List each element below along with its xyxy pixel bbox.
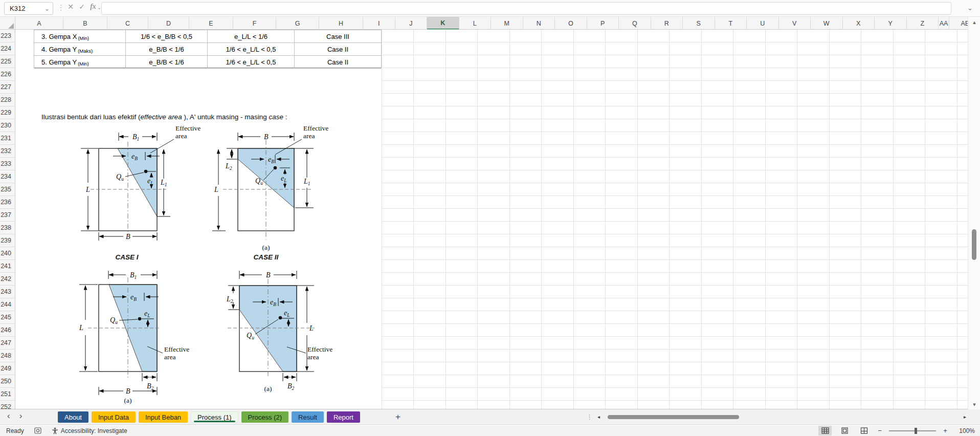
row-header[interactable]: 251 <box>0 388 15 401</box>
scroll-left-icon[interactable]: ◂ <box>597 414 600 420</box>
spreadsheet-grid[interactable]: 2232242252262272282292302312322332342352… <box>0 30 968 409</box>
column-header[interactable]: C <box>107 17 148 30</box>
column-header[interactable]: Z <box>907 17 939 30</box>
table-cell-condition-b[interactable]: 1/6 < e_B/B < 0,5 <box>126 30 208 43</box>
vertical-scrollbar-thumb[interactable] <box>972 229 976 260</box>
scroll-up-icon[interactable]: ▴ <box>968 19 980 26</box>
column-header[interactable]: G <box>276 17 319 30</box>
row-header[interactable]: 232 <box>0 145 15 158</box>
sheet-tab[interactable]: Report <box>327 411 360 423</box>
column-header[interactable]: M <box>491 17 523 30</box>
accessibility-status[interactable]: Accessibility: Investigate <box>52 427 127 434</box>
column-header[interactable]: B <box>63 17 107 30</box>
zoom-in-button[interactable]: + <box>942 427 948 434</box>
column-header[interactable]: S <box>683 17 715 30</box>
row-header[interactable]: 224 <box>0 42 15 55</box>
row-header[interactable]: 248 <box>0 350 15 362</box>
row-header[interactable]: 244 <box>0 298 15 311</box>
row-header[interactable]: 240 <box>0 247 15 260</box>
horizontal-scrollbar-thumb[interactable] <box>608 415 739 419</box>
row-header[interactable]: 247 <box>0 337 15 350</box>
normal-view-button[interactable] <box>818 426 832 435</box>
cancel-button[interactable]: ✕ <box>65 3 76 11</box>
row-header[interactable]: 223 <box>0 30 15 42</box>
select-all-corner[interactable] <box>0 17 15 30</box>
row-header[interactable]: 230 <box>0 119 15 132</box>
column-header[interactable]: W <box>811 17 843 30</box>
row-header[interactable]: 234 <box>0 170 15 183</box>
column-header[interactable]: A <box>15 17 63 30</box>
row-header[interactable]: 229 <box>0 106 15 119</box>
sheet-tab[interactable]: Input Beban <box>139 411 188 423</box>
row-header[interactable]: 228 <box>0 94 15 106</box>
column-header[interactable]: L <box>459 17 492 30</box>
column-header[interactable]: V <box>779 17 811 30</box>
table-cell-condition-l[interactable]: 1/6 < e_L/L < 0,5 <box>208 43 295 56</box>
row-header[interactable]: 241 <box>0 260 15 273</box>
column-header[interactable]: T <box>715 17 747 30</box>
table-cell-label[interactable]: 4. Gempa Y(Maks) <box>34 43 126 56</box>
name-box[interactable]: K312 ⌄ <box>4 2 53 15</box>
column-header[interactable]: R <box>651 17 683 30</box>
column-header[interactable]: K <box>427 17 459 30</box>
expand-formula-bar-icon[interactable]: ⌄ <box>967 4 973 12</box>
row-header[interactable]: 237 <box>0 209 15 222</box>
table-cell-case[interactable]: Case III <box>295 30 381 43</box>
column-header[interactable]: U <box>747 17 779 30</box>
row-header[interactable]: 227 <box>0 81 15 94</box>
chevron-down-icon[interactable]: ⌄ <box>44 5 50 12</box>
row-header[interactable]: 225 <box>0 55 15 68</box>
column-header[interactable]: H <box>319 17 363 30</box>
row-header[interactable]: 242 <box>0 273 15 286</box>
previous-sheet-icon[interactable]: ‹ <box>7 411 10 421</box>
row-header[interactable]: 252 <box>0 401 15 409</box>
next-sheet-icon[interactable]: › <box>19 411 23 421</box>
scrollbar-splitter-icon[interactable]: ⋮ <box>586 413 593 421</box>
table-cell-condition-l[interactable]: 1/6 < e_L/L < 0,5 <box>208 56 295 69</box>
row-header[interactable]: 235 <box>0 183 15 196</box>
scroll-right-icon[interactable]: ▸ <box>964 414 966 420</box>
column-header[interactable]: O <box>555 17 587 30</box>
table-cell-label[interactable]: 3. Gempa X(Min) <box>34 30 126 43</box>
zoom-out-button[interactable]: − <box>877 427 883 434</box>
column-header[interactable]: I <box>363 17 395 30</box>
table-cell-label[interactable]: 5. Gempa Y(Min) <box>34 56 126 69</box>
column-header[interactable]: J <box>395 17 428 30</box>
column-header[interactable]: AB <box>949 17 968 30</box>
row-header[interactable]: 245 <box>0 311 15 324</box>
zoom-slider[interactable] <box>889 430 936 431</box>
column-header[interactable]: AA <box>939 17 949 30</box>
column-header[interactable]: Y <box>875 17 907 30</box>
column-header[interactable]: Q <box>619 17 651 30</box>
table-cell-case[interactable]: Case II <box>295 43 381 56</box>
scroll-down-icon[interactable]: ▾ <box>968 401 980 408</box>
sheet-tab[interactable]: About <box>58 411 88 423</box>
column-header[interactable]: P <box>587 17 619 30</box>
page-break-view-button[interactable] <box>857 426 871 435</box>
row-header[interactable]: 250 <box>0 375 15 388</box>
row-header[interactable]: 243 <box>0 286 15 298</box>
vertical-scrollbar[interactable]: ▴ ▾ <box>968 17 980 409</box>
row-header[interactable]: 226 <box>0 68 15 81</box>
enter-button[interactable]: ✓ <box>77 3 87 11</box>
sheet-tab[interactable]: Input Data <box>92 411 136 423</box>
column-header[interactable]: F <box>233 17 276 30</box>
row-header[interactable]: 249 <box>0 362 15 375</box>
zoom-level[interactable]: 100% <box>954 427 975 434</box>
table-cell-condition-l[interactable]: e_L/L < 1/6 <box>208 30 295 43</box>
sheet-tab[interactable]: Process (2) <box>241 411 288 423</box>
macro-record-button[interactable] <box>34 427 41 434</box>
column-header[interactable]: N <box>523 17 555 30</box>
row-header[interactable]: 238 <box>0 222 15 234</box>
formula-input[interactable] <box>101 2 951 15</box>
row-header[interactable]: 236 <box>0 196 15 209</box>
row-header[interactable]: 246 <box>0 324 15 337</box>
row-header[interactable]: 231 <box>0 132 15 145</box>
table-cell-condition-b[interactable]: e_B/B < 1/6 <box>126 56 208 69</box>
page-layout-view-button[interactable] <box>838 426 851 435</box>
zoom-slider-thumb[interactable] <box>915 428 917 434</box>
column-header[interactable]: D <box>148 17 189 30</box>
sheet-tab[interactable]: Process (1) <box>191 411 238 423</box>
column-header[interactable]: E <box>189 17 233 30</box>
table-cell-case[interactable]: Case II <box>295 56 381 69</box>
